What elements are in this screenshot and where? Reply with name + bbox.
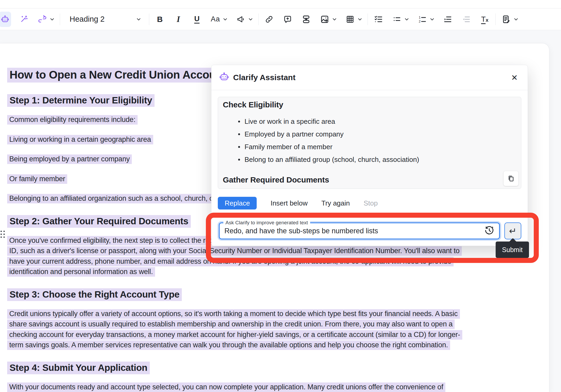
clear-format-x: x	[486, 17, 488, 23]
chevron-down-icon[interactable]	[357, 16, 363, 22]
try-again-button[interactable]: Try again	[322, 199, 350, 207]
chevron-down-icon[interactable]	[513, 16, 519, 22]
bullet-list-icon[interactable]	[391, 12, 403, 27]
link-icon[interactable]	[263, 12, 275, 27]
chevron-down-icon[interactable]	[49, 16, 55, 22]
enter-icon: ↵	[509, 226, 517, 236]
doc-body-line[interactable]: Credit unions typically offer a variety …	[7, 309, 549, 319]
chevron-down-icon[interactable]	[404, 16, 410, 22]
text-style-label: Aa	[211, 15, 220, 23]
doc-body-line[interactable]: share savings account is usually require…	[7, 319, 549, 330]
doc-body-line[interactable]: have your current address, phone number,…	[7, 256, 549, 267]
insert-below-button[interactable]: Insert below	[270, 199, 307, 207]
image-upload-icon[interactable]	[319, 12, 331, 27]
italic-label: I	[177, 14, 180, 24]
stop-button[interactable]: Stop	[364, 199, 378, 207]
copy-button[interactable]	[504, 171, 518, 186]
chevron-down-icon[interactable]	[222, 16, 228, 22]
tooltip-label: Submit	[502, 246, 523, 254]
svg-text:1: 1	[419, 16, 421, 19]
assistant-title: Clarify Assistant	[233, 73, 296, 82]
numbered-list-icon[interactable]: 1 2	[417, 12, 428, 27]
editor-toolbar: Heading 2 B I U Aa	[0, 8, 561, 30]
generated-heading-top: Check Eligibility	[223, 100, 516, 109]
task-list-icon[interactable]	[373, 12, 384, 27]
improve-text-input[interactable]: Ask Clarify to improve generated text Re…	[219, 222, 500, 239]
svg-text:2: 2	[419, 20, 421, 23]
text-style-button[interactable]: Aa	[210, 12, 221, 27]
assistant-bullet-item: Belong to an affiliated group (school, c…	[238, 153, 516, 166]
doc-body-line[interactable]: term savings goals. A member services re…	[7, 340, 549, 350]
chevron-down-icon[interactable]	[332, 16, 337, 22]
assistant-header: Clarify Assistant ✕	[211, 65, 528, 90]
doc-h2[interactable]: Step 4: Submit Your Application	[7, 361, 549, 375]
chevron-down-icon[interactable]	[429, 16, 435, 22]
chevron-down-icon[interactable]	[248, 16, 254, 22]
doc-body-line[interactable]: checking account for everyday transactio…	[7, 330, 549, 340]
magic-wand-icon[interactable]	[18, 12, 30, 27]
doc-body-line[interactable]: ID, such as a driver's license or passpo…	[7, 246, 549, 256]
indent-icon[interactable]	[442, 12, 454, 27]
close-icon[interactable]: ✕	[509, 72, 520, 83]
assistant-bullet-item: Live or work in a specific area	[238, 115, 516, 128]
doc-body-line[interactable]: With your documents ready and account ty…	[7, 382, 549, 392]
heading-style-select[interactable]: Heading 2	[65, 12, 144, 27]
generated-bullet-list: Live or work in a specific areaEmployed …	[238, 115, 516, 166]
swap-link-icon[interactable]	[37, 12, 48, 27]
chevron-down-icon	[136, 16, 142, 22]
toolbar-divider	[149, 13, 149, 25]
bold-label: B	[157, 15, 163, 24]
clear-formatting-icon[interactable]: Tx	[479, 12, 491, 27]
assistant-bullet-item: Employed by a partner company	[238, 128, 516, 140]
submit-button[interactable]: ↵	[504, 222, 521, 239]
window-top-strip	[0, 0, 561, 8]
robot-icon	[219, 72, 229, 83]
doc-h2[interactable]: Step 3: Choose the Right Account Type	[7, 287, 549, 301]
input-value[interactable]: Redo, and have the sub-steps be numbered…	[224, 227, 484, 235]
assistant-bullet-item: Family member of a member	[238, 140, 516, 153]
comment-add-icon[interactable]	[282, 12, 293, 27]
block-drag-handle-icon[interactable]	[1, 231, 5, 239]
doc-body-line[interactable]: identification and personal information …	[7, 267, 549, 277]
generated-heading-bottom: Gather Required Documents	[223, 175, 329, 184]
assistant-actions: Replace Insert below Try again Stop	[218, 197, 378, 209]
heading-style-label: Heading 2	[70, 15, 105, 24]
history-icon[interactable]	[484, 225, 495, 237]
italic-button[interactable]: I	[173, 12, 184, 27]
input-floating-label: Ask Clarify to improve generated text	[223, 220, 310, 226]
replace-block-icon[interactable]	[300, 12, 312, 27]
clear-format-t: T	[481, 15, 486, 24]
doc-paragraph[interactable]: Credit unions typically offer a variety …	[7, 309, 549, 350]
toolbar-divider	[368, 13, 368, 25]
generated-text-card: Check Eligibility Live or work in a spec…	[218, 97, 521, 189]
replace-button[interactable]: Replace	[218, 197, 257, 209]
toolbar-divider	[60, 13, 60, 25]
templates-icon[interactable]	[500, 12, 512, 27]
underline-button[interactable]: U	[191, 12, 203, 27]
bold-button[interactable]: B	[154, 12, 166, 27]
underline-label: U	[194, 15, 200, 24]
callout-megaphone-icon[interactable]	[235, 12, 247, 27]
submit-tooltip: Submit	[496, 241, 529, 258]
clarify-assistant-popup: Clarify Assistant ✕ Check Eligibility Li…	[211, 65, 528, 246]
toolbar-divider	[495, 13, 496, 25]
toolbar-divider	[258, 13, 259, 25]
ai-robot-icon[interactable]	[0, 12, 11, 27]
outdent-icon[interactable]	[460, 12, 472, 27]
table-icon[interactable]	[344, 12, 356, 27]
doc-paragraph[interactable]: With your documents ready and account ty…	[7, 382, 549, 392]
